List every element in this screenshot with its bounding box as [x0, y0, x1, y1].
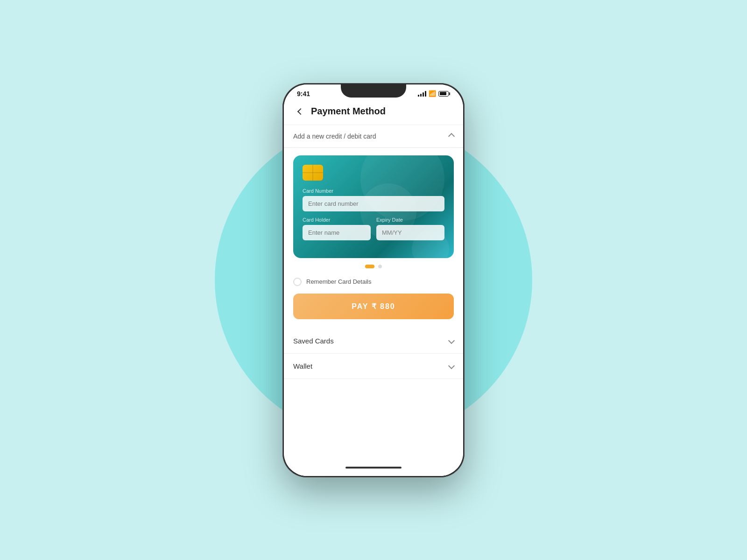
add-card-header[interactable]: Add a new credit / debit card	[284, 125, 463, 148]
app-content: Payment Method Add a new credit / debit …	[284, 99, 463, 476]
battery-icon	[438, 91, 450, 97]
signal-icon	[418, 91, 426, 97]
credit-card: Card Number Card Holder Expiry Date	[293, 155, 454, 258]
pagination-dots	[284, 258, 463, 273]
card-deco-2	[360, 183, 416, 239]
pay-button[interactable]: PAY ₹ 880	[293, 294, 454, 319]
saved-cards-section[interactable]: Saved Cards	[284, 329, 463, 354]
phone-frame: 9:41 📶	[282, 83, 465, 477]
card-holder-group: Card Holder	[303, 217, 371, 240]
wallet-label: Wallet	[293, 362, 312, 370]
phone-screen: 9:41 📶	[284, 84, 463, 476]
add-card-chevron-up-icon	[448, 133, 455, 139]
card-wrapper: Card Number Card Holder Expiry Date	[284, 148, 463, 258]
wallet-section[interactable]: Wallet	[284, 354, 463, 379]
remember-card-checkbox[interactable]	[293, 278, 302, 286]
card-chip-icon	[303, 165, 323, 181]
back-arrow-icon	[297, 108, 304, 114]
home-bar	[345, 467, 402, 469]
remember-card-label: Remember Card Details	[306, 278, 371, 285]
saved-cards-chevron-down-icon	[448, 337, 455, 344]
scene: 9:41 📶	[282, 83, 465, 477]
status-time: 9:41	[297, 90, 310, 98]
status-bar: 9:41 📶	[284, 84, 463, 99]
card-holder-label: Card Holder	[303, 217, 371, 223]
saved-cards-label: Saved Cards	[293, 337, 334, 345]
dot-active	[365, 265, 374, 268]
scroll-area[interactable]: Add a new credit / debit card Card Numbe…	[284, 125, 463, 462]
back-button[interactable]	[293, 104, 308, 119]
card-holder-input[interactable]	[303, 225, 371, 240]
header: Payment Method	[284, 99, 463, 125]
page-title: Payment Method	[311, 106, 386, 117]
remember-card-row: Remember Card Details	[284, 273, 463, 294]
status-icons: 📶	[418, 90, 450, 97]
dot-inactive	[378, 265, 382, 268]
wifi-icon: 📶	[429, 90, 436, 97]
add-card-label: Add a new credit / debit card	[293, 133, 376, 140]
notch	[341, 84, 406, 98]
wallet-chevron-down-icon	[448, 363, 455, 369]
home-indicator	[284, 462, 463, 476]
